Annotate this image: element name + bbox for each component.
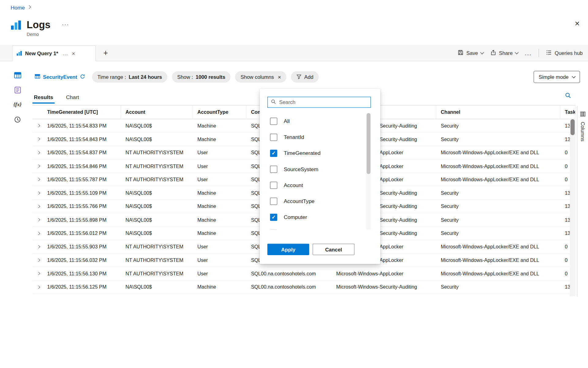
- column-search-input[interactable]: [278, 99, 368, 105]
- breadcrumb: Home: [11, 5, 31, 11]
- query-bar: SecurityEvent Time range : Last 24 hours…: [32, 70, 580, 84]
- checkbox[interactable]: [270, 197, 277, 205]
- cell-computer: SQL00.na.contosohotels.com: [247, 271, 332, 277]
- remove-show-columns-icon[interactable]: ×: [278, 74, 281, 80]
- checkbox[interactable]: [270, 117, 277, 125]
- save-button[interactable]: Save: [458, 49, 483, 57]
- dropdown-scrollbar-thumb[interactable]: [367, 113, 370, 174]
- column-option[interactable]: Account: [260, 177, 371, 193]
- column-header[interactable]: Task: [560, 105, 575, 119]
- table-row[interactable]: 1/6/2025, 11:15:58.106 PM NA\SQL00$ Mach…: [32, 294, 575, 296]
- cell-accounttype: User: [193, 257, 247, 263]
- column-option[interactable]: Computer: [260, 209, 371, 225]
- save-icon: [458, 49, 464, 57]
- title-more-icon[interactable]: ...: [62, 20, 69, 27]
- query-history-icon[interactable]: [12, 114, 23, 125]
- column-option-label: TenantId: [284, 134, 304, 140]
- cancel-button[interactable]: Cancel: [313, 244, 355, 255]
- page-subtitle: Demo: [27, 32, 51, 37]
- cell-eventsourcename: Microsoft-Windows-Security-Auditing: [332, 284, 436, 290]
- show-results-pill[interactable]: Show : 1000 results: [172, 71, 231, 82]
- cell-accounttype: Machine: [193, 136, 247, 142]
- tab-chart[interactable]: Chart: [65, 90, 81, 104]
- row-expander[interactable]: [32, 218, 43, 221]
- breadcrumb-home-link[interactable]: Home: [11, 5, 25, 11]
- cell-timegenerated: 1/6/2025, 11:15:54.843 PM: [43, 136, 121, 142]
- tab-new-query-1[interactable]: New Query 1* ... ×: [12, 45, 96, 61]
- add-filter-pill[interactable]: Add: [291, 71, 319, 82]
- columns-side-panel[interactable]: Columns: [577, 106, 588, 296]
- row-expander[interactable]: [32, 191, 43, 194]
- row-expander[interactable]: [32, 124, 43, 127]
- tab-actions: Save Share ...: [458, 45, 582, 61]
- checkbox[interactable]: [270, 213, 277, 221]
- search-results-icon[interactable]: [565, 92, 571, 100]
- filter-funnel-icon: [296, 74, 301, 80]
- row-expander[interactable]: [32, 232, 43, 235]
- cell-channel: Microsoft-Windows-AppLocker/EXE and DLL: [436, 163, 560, 169]
- cell-channel: Security: [436, 190, 560, 196]
- row-expander[interactable]: [32, 205, 43, 208]
- column-header[interactable]: AccountType: [193, 105, 247, 119]
- row-expander[interactable]: [32, 151, 43, 154]
- more-commands-icon[interactable]: ...: [525, 50, 532, 56]
- new-tab-button[interactable]: +: [101, 49, 110, 57]
- close-blade-icon[interactable]: ×: [572, 19, 582, 28]
- column-option-label: Account: [284, 182, 303, 188]
- columns-panel-label: Columns: [580, 122, 586, 141]
- column-option[interactable]: AccountType: [260, 193, 371, 209]
- dropdown-scrollbar[interactable]: [366, 113, 371, 230]
- share-button[interactable]: Share: [490, 49, 518, 57]
- column-search-box[interactable]: [267, 97, 371, 108]
- checkbox[interactable]: [270, 166, 277, 173]
- row-expander[interactable]: [32, 245, 43, 248]
- tab-close-icon[interactable]: ×: [72, 50, 75, 57]
- expand-chevron-icon: [36, 286, 40, 289]
- column-header[interactable]: Account: [121, 105, 193, 119]
- table-row[interactable]: 1/6/2025, 11:15:56.130 PM NT AUTHORITY\S…: [32, 267, 575, 281]
- time-range-label: Time range :: [97, 74, 126, 80]
- row-expander[interactable]: [32, 165, 43, 168]
- cell-channel: Microsoft-Windows-AppLocker/EXE and DLL: [436, 257, 560, 263]
- functions-icon[interactable]: {fx}: [12, 99, 23, 110]
- tab-results[interactable]: Results: [32, 90, 55, 104]
- column-option[interactable]: All: [260, 113, 371, 129]
- checkbox[interactable]: [270, 133, 277, 141]
- row-expander[interactable]: [32, 259, 43, 262]
- table-grid-icon: [35, 74, 40, 80]
- cell-account: NA\SQL00$: [121, 284, 193, 290]
- apply-button[interactable]: Apply: [267, 244, 309, 255]
- column-header[interactable]: TimeGenerated [UTC]: [43, 105, 121, 119]
- cell-accounttype: Machine: [193, 123, 247, 129]
- save-chevron-icon: [480, 51, 484, 54]
- tab-more-icon[interactable]: ...: [63, 51, 68, 56]
- row-expander[interactable]: [32, 138, 43, 141]
- checkbox[interactable]: [270, 229, 277, 230]
- cell-accounttype: Machine: [193, 190, 247, 196]
- mode-chevron-icon: [572, 75, 575, 78]
- mode-selector[interactable]: Simple mode: [534, 71, 580, 83]
- checkbox[interactable]: [270, 182, 277, 189]
- show-columns-pill[interactable]: Show columns ×: [235, 71, 286, 82]
- cell-channel: Security: [436, 123, 560, 129]
- row-expander[interactable]: [32, 178, 43, 181]
- row-expander[interactable]: [32, 272, 43, 275]
- example-queries-icon[interactable]: [12, 84, 23, 95]
- row-expander[interactable]: [32, 286, 43, 289]
- checkbox[interactable]: [270, 149, 277, 157]
- tables-icon[interactable]: [12, 69, 23, 81]
- column-option-label: SourceSystem: [284, 166, 318, 172]
- vertical-scrollbar-thumb[interactable]: [571, 119, 575, 135]
- column-option[interactable]: SourceSystem: [260, 161, 371, 177]
- queries-hub-button[interactable]: Queries hub: [546, 49, 583, 57]
- logs-app-icon: [10, 19, 22, 32]
- column-option[interactable]: EventSourceName: [260, 225, 371, 230]
- vertical-scrollbar[interactable]: [570, 118, 575, 296]
- table-selector[interactable]: SecurityEvent: [32, 74, 88, 80]
- time-range-pill[interactable]: Time range : Last 24 hours: [92, 71, 168, 82]
- column-option[interactable]: TimeGenerated: [260, 145, 371, 161]
- table-row[interactable]: 1/6/2025, 11:15:56.125 PM NA\SQL00$ Mach…: [32, 281, 575, 294]
- column-header[interactable]: Channel: [436, 105, 560, 119]
- refresh-icon[interactable]: [80, 74, 85, 80]
- column-option[interactable]: TenantId: [260, 129, 371, 145]
